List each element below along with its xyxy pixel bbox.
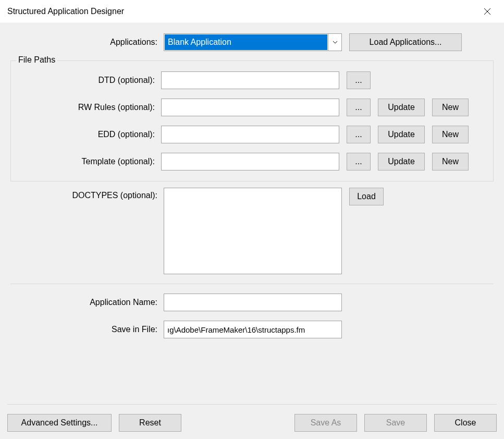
applications-label: Applications: bbox=[7, 38, 164, 47]
rwrules-browse-button[interactable]: ... bbox=[347, 99, 371, 116]
close-button[interactable]: Close bbox=[434, 414, 497, 432]
dtd-input[interactable] bbox=[161, 71, 339, 89]
close-icon[interactable] bbox=[477, 3, 498, 20]
footer-buttons: Advanced Settings... Reset Save As Save … bbox=[7, 414, 497, 432]
rwrules-input[interactable] bbox=[161, 99, 339, 116]
applications-selected: Blank Application bbox=[165, 34, 327, 50]
dtd-label: DTD (optional): bbox=[11, 76, 161, 85]
dtd-browse-button[interactable]: ... bbox=[347, 71, 371, 89]
save-button[interactable]: Save bbox=[364, 414, 427, 432]
rwrules-label: RW Rules (optional): bbox=[11, 103, 161, 112]
advanced-settings-button[interactable]: Advanced Settings... bbox=[7, 414, 112, 432]
rwrules-row: RW Rules (optional): ... Update New bbox=[11, 99, 489, 116]
footer: Advanced Settings... Reset Save As Save … bbox=[7, 404, 497, 432]
doctypes-label: DOCTYPES (optional): bbox=[7, 188, 164, 200]
template-new-button[interactable]: New bbox=[432, 153, 469, 170]
dtd-row: DTD (optional): ... bbox=[11, 71, 489, 89]
app-name-row: Application Name: bbox=[7, 294, 497, 311]
separator-1 bbox=[10, 284, 494, 284]
doctypes-load-button[interactable]: Load bbox=[349, 188, 384, 205]
app-name-input[interactable] bbox=[164, 294, 342, 311]
edd-browse-button[interactable]: ... bbox=[347, 126, 371, 143]
template-input[interactable] bbox=[161, 153, 339, 170]
template-row: Template (optional): ... Update New bbox=[11, 153, 489, 170]
chevron-down-icon[interactable] bbox=[328, 34, 341, 51]
window-title: Structured Application Designer bbox=[7, 7, 124, 16]
app-name-label: Application Name: bbox=[7, 298, 164, 307]
separator-2 bbox=[7, 404, 497, 405]
titlebar: Structured Application Designer bbox=[0, 0, 504, 23]
load-applications-button[interactable]: Load Applications... bbox=[349, 33, 462, 51]
file-paths-group: File Paths DTD (optional): ... RW Rules … bbox=[10, 60, 494, 181]
applications-combo[interactable]: Blank Application bbox=[164, 33, 342, 51]
doctypes-input[interactable] bbox=[164, 188, 342, 274]
reset-button[interactable]: Reset bbox=[119, 414, 181, 432]
edd-update-button[interactable]: Update bbox=[378, 126, 425, 143]
save-in-file-field[interactable]: ıg\Adobe\FrameMaker\16\structapps.fm bbox=[164, 321, 342, 338]
dialog-content: Applications: Blank Application Load App… bbox=[0, 23, 504, 439]
doctypes-row: DOCTYPES (optional): Load bbox=[7, 188, 497, 274]
file-paths-legend: File Paths bbox=[16, 55, 57, 65]
rwrules-new-button[interactable]: New bbox=[432, 99, 469, 116]
edd-input[interactable] bbox=[161, 126, 339, 143]
template-browse-button[interactable]: ... bbox=[347, 153, 371, 170]
template-label: Template (optional): bbox=[11, 157, 161, 166]
edd-new-button[interactable]: New bbox=[432, 126, 469, 143]
rwrules-update-button[interactable]: Update bbox=[378, 99, 425, 116]
save-in-file-row: Save in File: ıg\Adobe\FrameMaker\16\str… bbox=[7, 321, 497, 338]
template-update-button[interactable]: Update bbox=[378, 153, 425, 170]
save-in-file-label: Save in File: bbox=[7, 325, 164, 334]
edd-row: EDD (optional): ... Update New bbox=[11, 126, 489, 143]
save-as-button[interactable]: Save As bbox=[294, 414, 357, 432]
applications-row: Applications: Blank Application Load App… bbox=[7, 33, 497, 51]
edd-label: EDD (optional): bbox=[11, 130, 161, 139]
